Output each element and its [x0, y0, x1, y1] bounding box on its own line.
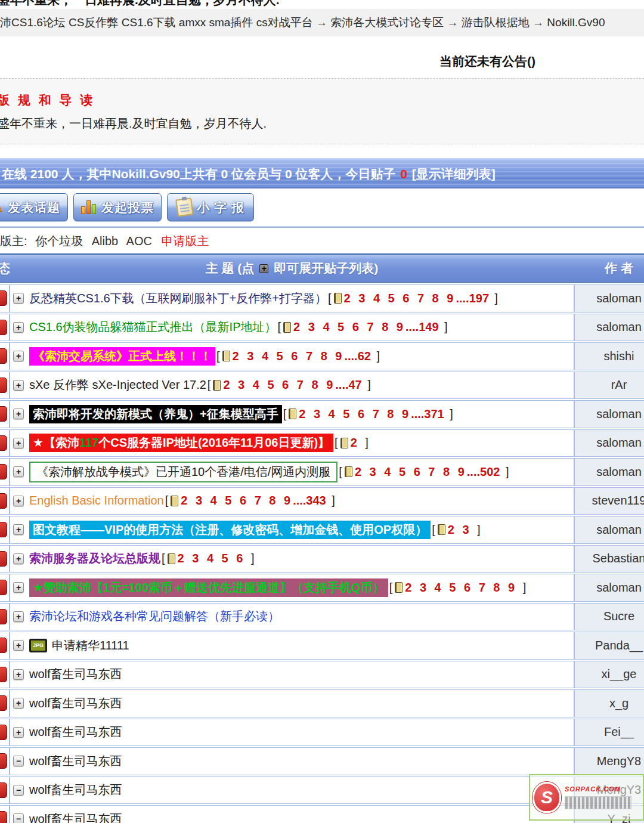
- page-links[interactable]: [2 3 4 5 6 7 8 9....371 ]: [283, 407, 453, 421]
- apply-moderator-link[interactable]: 申请版主: [162, 234, 209, 247]
- page-links[interactable]: [2 3 4 5 6 7 8 9 ]: [389, 581, 527, 595]
- topic-title-link[interactable]: 图文教程——VIP的使用方法（注册、修改密码、增加金钱、使用OP权限）: [29, 521, 431, 539]
- topic-title-link[interactable]: 索沛论坛和游戏各种常见问题解答（新手必读）: [29, 609, 280, 624]
- topic-title-link[interactable]: 索沛服务器及论坛总版规: [29, 551, 160, 566]
- topic-title-link[interactable]: 反恐精英CS1.6下载（互联网刷服补丁+反作弊+打字器）: [29, 291, 327, 306]
- last-page-number[interactable]: ....197: [456, 292, 489, 305]
- topic-title-link[interactable]: wolf畜生司马东西: [29, 782, 122, 797]
- topic-title-link[interactable]: ★赞助索沛【1元=100索币＋赠送优先进服通道】（支持手机Q币）: [29, 578, 388, 597]
- expand-toggle-icon[interactable]: +: [13, 669, 24, 680]
- topic-title-link[interactable]: 《索沛交易系统》正式上线！！！: [29, 347, 215, 366]
- expand-toggle-icon[interactable]: +: [13, 698, 24, 708]
- expand-toggle-icon[interactable]: −: [13, 813, 24, 823]
- expand-toggle-icon[interactable]: +: [13, 553, 24, 564]
- topic-title-link[interactable]: 申请精华11111: [52, 638, 129, 653]
- author-link[interactable]: saloman: [596, 320, 642, 334]
- expand-toggle-icon[interactable]: +: [13, 640, 24, 651]
- expand-toggle-icon[interactable]: −: [13, 756, 24, 766]
- subject-cell: + sXe 反作弊 sXe-Injected Ver 17.2 [2 3 4 5…: [10, 372, 574, 400]
- topic-title-link[interactable]: wolf畜生司马东西: [29, 725, 122, 740]
- topic-title-link[interactable]: CS1.6伪装物品躲猫猫正式推出（最新IP地址）: [29, 320, 276, 335]
- page-numbers[interactable]: 2 3 4 5 6 7 8 9: [344, 292, 454, 305]
- author-link[interactable]: Sebastian: [593, 552, 644, 565]
- author-cell: steven119: [574, 487, 644, 515]
- topic-title-link[interactable]: 《索沛解放战争模式》已开通10个香港/电信/网通内测服: [29, 462, 338, 482]
- moderator-label: 版主:: [0, 234, 27, 247]
- topic-title-link[interactable]: wolf畜生司马东西: [29, 696, 122, 711]
- author-link[interactable]: saloman: [596, 436, 642, 450]
- page-links[interactable]: [2 3 4 5 6 ]: [162, 552, 255, 565]
- status-cell: [0, 574, 10, 602]
- expand-toggle-icon[interactable]: +: [13, 380, 24, 391]
- author-link[interactable]: saloman: [596, 407, 642, 421]
- expand-toggle-icon[interactable]: +: [13, 582, 24, 593]
- expand-toggle-icon[interactable]: +: [13, 322, 24, 333]
- topic-title-link[interactable]: 索沛即将开发的新模式（养鬼）+征集模型高手: [29, 405, 282, 423]
- expand-toggle-icon[interactable]: +: [13, 524, 24, 535]
- page-numbers[interactable]: 2 3 4 5 6: [178, 552, 243, 565]
- topic-title-link[interactable]: wolf畜生司马东西: [29, 812, 122, 823]
- expand-toggle-icon[interactable]: +: [13, 351, 24, 361]
- status-cell: [0, 372, 10, 400]
- expand-toggle-icon[interactable]: −: [13, 785, 24, 796]
- page-links[interactable]: [2 3 4 5 6 7 8 9....149 ]: [277, 320, 447, 334]
- clipboard-button[interactable]: 小 字 报: [167, 193, 254, 221]
- topic-title-link[interactable]: wolf畜生司马东西: [29, 667, 122, 682]
- expand-toggle-icon[interactable]: +: [13, 466, 24, 477]
- last-page-number[interactable]: ....502: [467, 465, 500, 479]
- expand-toggle-icon[interactable]: +: [13, 438, 24, 448]
- page-numbers[interactable]: 2 3 4 5 6 7 8 9: [293, 320, 403, 334]
- topic-title-link[interactable]: ★【索沛117个CS服务器IP地址(2016年11月06日更新)】: [29, 434, 333, 452]
- moderator-links[interactable]: 你个垃圾 Alibb AOC: [35, 234, 152, 247]
- author-link[interactable]: steven119: [592, 494, 644, 508]
- status-cell: [0, 747, 10, 775]
- last-page-number[interactable]: ....343: [293, 494, 326, 508]
- page-numbers[interactable]: 2 3: [448, 523, 469, 537]
- last-page-number[interactable]: ....47: [335, 378, 361, 392]
- expand-toggle-icon[interactable]: +: [13, 727, 24, 738]
- page-numbers[interactable]: 2 3 4 5 6 7 8 9: [405, 581, 515, 595]
- author-link[interactable]: saloman: [596, 581, 642, 595]
- page-links[interactable]: [2 3 4 5 6 7 8 9....343 ]: [165, 494, 335, 508]
- topic-title-link[interactable]: wolf畜生司马东西: [29, 754, 122, 769]
- author-link[interactable]: saloman: [596, 292, 642, 305]
- author-link[interactable]: saloman: [596, 523, 642, 537]
- page-numbers[interactable]: 2 3 4 5 6 7 8 9: [181, 494, 290, 508]
- pencil-button[interactable]: ✎发表话题: [0, 193, 68, 221]
- page-links[interactable]: [2 3 4 5 6 7 8 9....62 ]: [216, 349, 380, 363]
- page-numbers[interactable]: 2 3 4 5 6 7 8 9: [355, 465, 465, 479]
- topic-title-link[interactable]: sXe 反作弊 sXe-Injected Ver 17.2: [29, 378, 206, 392]
- author-link[interactable]: xi__ge: [602, 667, 637, 681]
- last-page-number[interactable]: ....62: [344, 349, 370, 363]
- page-links[interactable]: [2 3 4 5 6 7 8 9....502 ]: [339, 465, 509, 479]
- topic-title-link[interactable]: English Basic Information: [29, 493, 164, 508]
- author-link[interactable]: x_g: [609, 697, 628, 710]
- author-link[interactable]: saloman: [596, 465, 642, 479]
- page-links[interactable]: [2 3 4 5 6 7 8 9....197 ]: [328, 292, 498, 305]
- expand-toggle-icon[interactable]: +: [13, 611, 24, 622]
- author-link[interactable]: Fei__: [604, 725, 634, 739]
- page-numbers[interactable]: 2 3 4 5 6 7 8 9: [233, 349, 342, 363]
- page-numbers[interactable]: 2 3 4 5 6 7 8 9: [299, 407, 408, 421]
- author-link[interactable]: rAr: [611, 378, 627, 392]
- page-links[interactable]: [2 ]: [335, 436, 369, 450]
- expand-toggle-icon[interactable]: +: [13, 409, 24, 419]
- barchart-button[interactable]: 发起投票: [73, 193, 162, 221]
- author-link[interactable]: MengY8: [597, 754, 642, 768]
- last-page-number[interactable]: ....149: [405, 320, 439, 334]
- page-numbers[interactable]: 2 3 4 5 6 7 8 9: [223, 378, 333, 392]
- show-detail-list-link[interactable]: 显示详细列表: [416, 167, 491, 181]
- hot-folder-icon: [0, 638, 7, 653]
- author-link[interactable]: shishi: [603, 349, 634, 363]
- page-numbers[interactable]: 2: [351, 436, 357, 450]
- bracket-close: ]: [519, 581, 526, 595]
- expand-toggle-icon[interactable]: +: [13, 496, 24, 506]
- last-page-number[interactable]: ....371: [411, 407, 444, 421]
- author-link[interactable]: Sucre: [603, 609, 634, 623]
- breadcrumb[interactable]: 索沛CS1.6论坛 CS反作弊 CS1.6下载 amxx sma插件 cs对战平…: [0, 15, 605, 30]
- author-link[interactable]: Panda__: [595, 639, 643, 652]
- page-links[interactable]: [2 3 ]: [432, 523, 481, 537]
- page-links[interactable]: [2 3 4 5 6 7 8 9....47 ]: [208, 378, 371, 392]
- pencil-icon: ✎: [0, 197, 5, 217]
- expand-toggle-icon[interactable]: +: [13, 293, 24, 304]
